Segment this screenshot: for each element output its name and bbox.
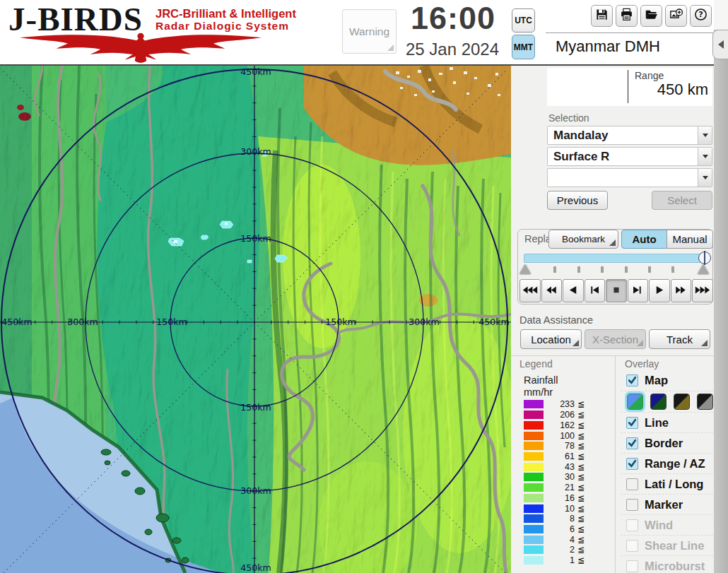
timeline-tick [625, 266, 628, 273]
overlay-item-label: Border [645, 437, 683, 450]
playback-controls [519, 279, 713, 302]
overlay-item-line[interactable]: Line [621, 412, 713, 432]
ring-label: 300km [409, 317, 439, 327]
chevron-down-icon[interactable] [698, 169, 712, 187]
station-title: Myanmar DMH [556, 37, 660, 56]
legend-row: 2≦ [524, 545, 609, 555]
legend-lte-symbol: ≦ [577, 451, 585, 461]
add-image-button[interactable] [665, 5, 687, 27]
overlay-item-wind[interactable]: Wind [621, 514, 713, 535]
replay-timeline-thumb[interactable] [698, 252, 711, 264]
forward-full-button[interactable] [692, 279, 713, 302]
help-button[interactable]: ? [690, 5, 712, 27]
replay-timeline-track[interactable] [524, 254, 705, 263]
legend-value: 16 [544, 493, 575, 503]
checkbox-checked[interactable] [626, 437, 638, 449]
map-style-swatch[interactable] [650, 394, 667, 410]
timeline-start-marker[interactable] [519, 264, 531, 274]
print-icon [620, 8, 633, 24]
timezone-mmt-button[interactable]: MMT [512, 35, 535, 59]
print-button[interactable] [616, 5, 638, 27]
collapse-panel-button[interactable] [712, 30, 728, 59]
checkbox-checked[interactable] [626, 374, 638, 386]
panel-splitter[interactable] [714, 0, 728, 573]
chevron-left-icon [718, 40, 724, 49]
bookmark-button-label: Bookmark [562, 234, 605, 244]
stop-button[interactable] [606, 279, 627, 302]
overlay-item-label: Marker [645, 498, 683, 512]
warning-button-label: Warning [349, 25, 389, 38]
selection-dropdown-extra[interactable] [547, 168, 712, 187]
legend-value: 206 [544, 410, 575, 420]
step-backward-button[interactable] [585, 279, 606, 302]
chevron-down-icon[interactable] [698, 126, 712, 144]
legend-color-swatch [524, 421, 544, 430]
legend-lte-symbol: ≦ [577, 462, 585, 472]
map-style-swatch[interactable] [697, 394, 713, 410]
location-button[interactable]: Location [520, 329, 582, 349]
legend-row: 100≦ [524, 430, 609, 441]
legend-value: 4 [544, 535, 575, 545]
play-icon [652, 285, 667, 297]
overlay-item-shear-line[interactable]: Shear Line [621, 535, 713, 555]
forward-fast-button[interactable] [671, 279, 692, 302]
checkbox-checked[interactable] [626, 417, 638, 429]
checkbox-unchecked[interactable] [626, 540, 638, 552]
legend-value: 1 [544, 555, 575, 565]
ff3-icon [695, 285, 710, 297]
selection-dropdown-product-value: Surface R [548, 150, 698, 164]
map-style-swatch-selected[interactable] [627, 394, 643, 410]
checkbox-unchecked[interactable] [626, 499, 638, 511]
select-button[interactable]: Select [652, 191, 712, 210]
legend-row: 1≦ [524, 555, 609, 566]
stop-icon [609, 285, 624, 297]
rw3-icon [522, 285, 538, 297]
map-style-swatch[interactable] [674, 394, 690, 410]
previous-button[interactable]: Previous [547, 191, 608, 210]
save-button[interactable] [591, 5, 613, 27]
legend-value: 162 [544, 420, 575, 430]
x-section-button[interactable]: X-Section [585, 329, 646, 349]
overlay-item-border[interactable]: Border [621, 432, 713, 453]
overlay-item-map[interactable]: Map [621, 370, 713, 391]
ring-label: 300km [240, 485, 271, 496]
checkbox-unchecked[interactable] [626, 560, 638, 572]
ring-label: 150km [325, 317, 356, 327]
bookmark-button[interactable]: Bookmark [548, 230, 618, 249]
legend-color-swatch [524, 410, 544, 419]
selection-dropdown-site-value: Mandalay [548, 129, 698, 143]
rewind-button[interactable] [563, 279, 584, 302]
overlay-item-microburst[interactable]: Microburst [621, 555, 713, 573]
selection-dropdown-site[interactable]: Mandalay [547, 126, 712, 145]
rewind-fast-button[interactable] [541, 279, 563, 302]
checkbox-checked[interactable] [626, 458, 638, 470]
timeline-end-marker[interactable] [698, 264, 709, 274]
timeline-tick [648, 266, 651, 273]
overlay-item-label: Microburst [645, 560, 705, 573]
rewind-full-button[interactable] [519, 279, 541, 302]
play-button[interactable] [649, 279, 670, 302]
legend-overlay-divider [615, 355, 616, 573]
selection-dropdown-product[interactable]: Surface R [547, 147, 712, 166]
checkbox-unchecked[interactable] [626, 519, 638, 531]
range-value: 450 km [608, 81, 708, 99]
radar-map[interactable]: 450km300km150km150km300km450km450km300km… [0, 66, 511, 573]
overlay-item-lati-long[interactable]: Lati / Long [621, 473, 713, 494]
overlay-options: MapLineBorderRange / AZLati / LongMarker… [621, 370, 713, 573]
legend-row: 78≦ [524, 441, 609, 451]
step-forward-button[interactable] [628, 279, 649, 302]
auto-mode-button[interactable]: Auto [621, 230, 667, 249]
overlay-item-marker[interactable]: Marker [621, 494, 713, 514]
open-folder-button[interactable] [640, 5, 662, 27]
manual-mode-button[interactable]: Manual [667, 230, 713, 249]
overlay-label: Overlay [625, 358, 659, 370]
track-button[interactable]: Track [649, 329, 710, 349]
overlay-item-range-az[interactable]: Range / AZ [621, 453, 713, 473]
toolbar: ? [591, 5, 712, 27]
overlay-item-label: Lati / Long [645, 478, 703, 491]
legend-row: 4≦ [524, 534, 609, 545]
eagle-logo-icon [6, 31, 276, 66]
checkbox-unchecked[interactable] [626, 478, 638, 490]
timezone-utc-button[interactable]: UTC [512, 8, 535, 33]
chevron-down-icon[interactable] [698, 148, 712, 165]
